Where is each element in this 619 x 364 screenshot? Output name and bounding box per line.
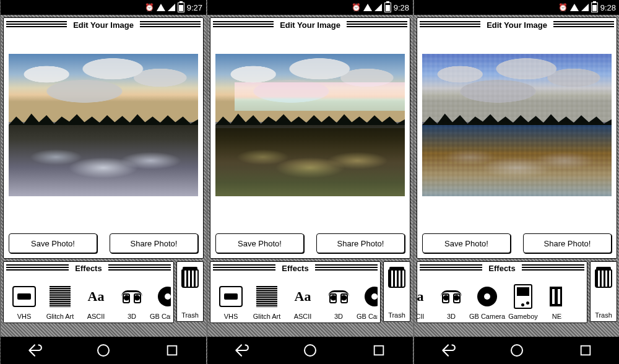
edit-card: Edit Your Image Save Photo! Share Photo!: [3, 17, 204, 259]
alarm-icon: ⏰: [145, 3, 154, 12]
trash-icon: [595, 267, 612, 288]
effect-item[interactable]: Glitch Art: [249, 277, 285, 320]
effect-item[interactable]: 3D: [321, 277, 357, 320]
trash-icon: [388, 267, 405, 288]
effect-label: VHS: [224, 313, 238, 320]
back-icon: [233, 342, 249, 358]
effect-item[interactable]: VHS: [6, 277, 42, 320]
image-preview[interactable]: [215, 54, 405, 196]
svg-rect-3: [374, 346, 383, 355]
battery-icon: [591, 2, 598, 12]
recent-icon: [165, 344, 179, 357]
effects-strip[interactable]: VHS Glitch Art Aa ASCII 3D GB Camera: [6, 277, 171, 320]
effect-label: 3D: [334, 313, 343, 320]
share-button[interactable]: Share Photo!: [523, 233, 612, 253]
card-title-bar: Edit Your Image: [210, 18, 410, 32]
effects-card: Effects VHS Glitch Art Aa ASCII 3D GB Ca…: [210, 261, 381, 323]
wifi-icon: [570, 4, 579, 11]
effect-item[interactable]: Aa ASCII: [285, 277, 321, 320]
effect-item[interactable]: Aa ASCII: [417, 277, 433, 320]
trash-label: Trash: [388, 311, 405, 319]
effect-label: Gameboy: [508, 313, 538, 320]
card-title-bar: Edit Your Image: [4, 18, 203, 32]
effect-item[interactable]: Aa ASCII: [78, 277, 114, 320]
effects-row: Effects Aa ASCII 3D GB Camera Gameboy NE…: [417, 261, 617, 323]
effects-card: Effects VHS Glitch Art Aa ASCII 3D GB Ca…: [3, 261, 174, 323]
nav-recent-button[interactable]: [567, 344, 604, 357]
image-preview[interactable]: [9, 54, 198, 196]
effect-item[interactable]: Gameboy: [505, 277, 541, 320]
alarm-icon: ⏰: [558, 3, 568, 12]
nav-home-button[interactable]: [498, 343, 535, 358]
nav-bar: [414, 337, 619, 364]
effect-label: ASCII: [417, 313, 424, 320]
home-icon: [509, 343, 524, 358]
effects-strip[interactable]: VHS Glitch Art Aa ASCII 3D GB Camera: [213, 277, 378, 320]
effects-card: Effects Aa ASCII 3D GB Camera Gameboy NE…: [417, 261, 587, 323]
vhs-icon: [219, 286, 243, 307]
effect-item[interactable]: GB Camera: [150, 277, 171, 320]
effect-item[interactable]: NES: [541, 277, 562, 320]
nav-bar: [207, 337, 413, 364]
save-button[interactable]: Save Photo!: [215, 233, 304, 253]
effects-title: Effects: [71, 264, 105, 273]
status-bar: ⏰ 9:28: [207, 0, 413, 15]
save-button[interactable]: Save Photo!: [9, 233, 97, 253]
effect-label: ASCII: [87, 313, 105, 320]
image-preview[interactable]: [422, 54, 612, 196]
effect-item[interactable]: 3D: [114, 277, 150, 320]
page-title: Edit Your Image: [276, 20, 344, 30]
effect-item[interactable]: 3D: [433, 277, 469, 320]
gbcamera-icon: [158, 287, 171, 306]
nav-back-button[interactable]: [430, 342, 467, 358]
trash-button[interactable]: Trash: [590, 261, 617, 322]
effects-row: Effects VHS Glitch Art Aa ASCII 3D GB Ca…: [3, 261, 204, 323]
effect-label: GB Camera: [469, 313, 505, 320]
glitch-icon: [256, 286, 277, 307]
gbcamera-icon: [365, 287, 378, 306]
effect-label: Glitch Art: [253, 313, 281, 320]
nav-bar: [1, 337, 206, 364]
recent-icon: [579, 344, 592, 357]
nav-recent-button[interactable]: [154, 344, 191, 357]
effects-strip[interactable]: Aa ASCII 3D GB Camera Gameboy NES ZX: [417, 277, 562, 320]
status-time: 9:28: [394, 3, 409, 12]
ascii-icon: Aa: [417, 288, 423, 305]
nav-home-button[interactable]: [85, 343, 122, 358]
3d-icon: [328, 290, 349, 303]
effect-label: VHS: [17, 313, 32, 320]
effect-item[interactable]: VHS: [213, 277, 249, 320]
share-button[interactable]: Share Photo!: [316, 233, 405, 253]
save-button[interactable]: Save Photo!: [422, 233, 511, 253]
phone-screen: ⏰ 9:28 Edit Your Image Save Photo! Share…: [207, 0, 413, 364]
trash-label: Trash: [181, 311, 199, 319]
effect-label: 3D: [447, 313, 456, 320]
svg-point-2: [305, 345, 316, 356]
nav-recent-button[interactable]: [360, 344, 397, 357]
effect-label: GB Camera: [150, 313, 171, 320]
status-bar: ⏰ 9:28: [414, 0, 619, 15]
recent-icon: [372, 344, 386, 357]
signal-icon: [581, 4, 589, 11]
card-title-bar: Edit Your Image: [417, 18, 617, 32]
svg-point-0: [98, 345, 109, 356]
effect-label: NES: [552, 313, 562, 320]
3d-icon: [121, 290, 142, 303]
effect-label: GB Camera: [357, 313, 378, 320]
wifi-icon: [157, 4, 165, 11]
trash-button[interactable]: Trash: [383, 261, 410, 322]
page-title: Edit Your Image: [69, 20, 137, 30]
nav-back-button[interactable]: [16, 342, 53, 358]
back-icon: [440, 342, 456, 358]
nav-back-button[interactable]: [223, 342, 260, 358]
3d-icon: [441, 290, 462, 303]
vhs-icon: [12, 286, 36, 307]
effect-item[interactable]: Glitch Art: [42, 277, 78, 320]
trash-button[interactable]: Trash: [176, 261, 204, 322]
nav-home-button[interactable]: [292, 343, 329, 358]
glitch-icon: [50, 286, 71, 307]
share-button[interactable]: Share Photo!: [110, 233, 198, 253]
svg-rect-1: [167, 346, 176, 355]
effect-item[interactable]: GB Camera: [469, 277, 505, 320]
effect-item[interactable]: GB Camera: [357, 277, 378, 320]
